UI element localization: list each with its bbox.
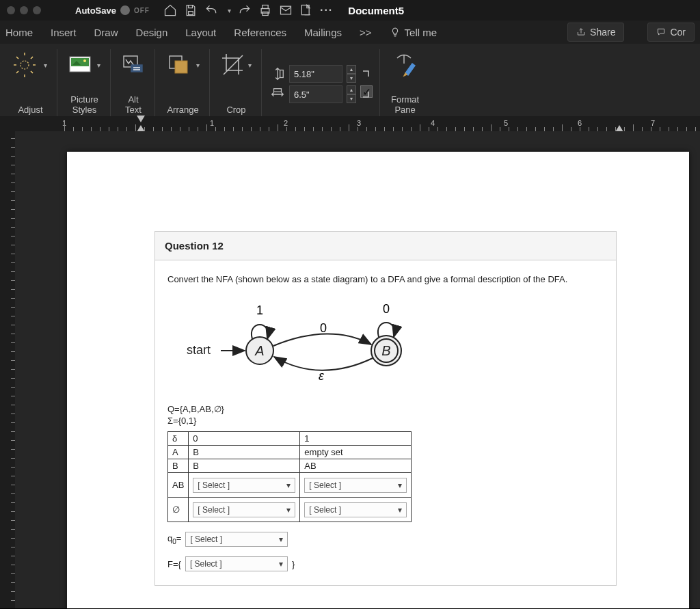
svg-point-5 xyxy=(21,61,29,69)
select-f[interactable]: [ Select ]▾ xyxy=(185,556,288,571)
sigma-set: Σ={0,1} xyxy=(167,416,604,426)
ribbon-alt-text[interactable]: Alt Text xyxy=(112,49,155,116)
ruler-vertical[interactable] xyxy=(0,131,15,608)
page[interactable]: Question 12 Convert the NFA (shown below… xyxy=(67,152,689,608)
share-button[interactable]: Share xyxy=(567,23,624,42)
more-icon[interactable]: ··· xyxy=(320,4,333,16)
chevron-down-icon[interactable]: ▾ xyxy=(97,62,100,69)
tab-mailings[interactable]: Mailings xyxy=(304,27,342,38)
width-icon xyxy=(270,87,285,102)
svg-point-17 xyxy=(83,59,86,62)
svg-text:A: A xyxy=(254,343,264,358)
nfa-diagram: start A 1 B 0 xyxy=(167,299,414,388)
start-label: start xyxy=(187,343,211,357)
alt-text-label: Alt Text xyxy=(125,95,142,116)
mail-icon[interactable] xyxy=(279,3,293,17)
tab-home[interactable]: Home xyxy=(5,27,33,38)
redo-icon[interactable] xyxy=(238,3,252,17)
title-bar: AutoSave OFF ▾ ··· Document5 xyxy=(0,0,700,21)
tell-me-label: Tell me xyxy=(405,27,438,38)
ruler-num: 5 xyxy=(504,119,508,127)
chevron-down-icon: ▾ xyxy=(279,534,283,544)
ribbon-adjust[interactable]: ▾ Adjust xyxy=(4,49,57,116)
chevron-down-icon: ▾ xyxy=(286,505,291,515)
height-stepper[interactable]: ▴▾ xyxy=(347,65,356,83)
comments-button[interactable]: Cor xyxy=(647,23,695,42)
svg-rect-1 xyxy=(262,5,268,9)
width-stepper[interactable]: ▴▾ xyxy=(347,85,356,103)
ruler-num: 1 xyxy=(210,119,214,127)
select-empty-1[interactable]: [ Select ]▾ xyxy=(304,502,407,517)
question-header: Question 12 xyxy=(154,231,617,260)
ribbon-picture-styles[interactable]: ▾ Picture Styles xyxy=(59,49,111,116)
window-controls xyxy=(7,6,41,14)
tell-me[interactable]: Tell me xyxy=(390,27,438,38)
first-line-indent-marker[interactable] xyxy=(137,116,145,122)
select-ab-1[interactable]: [ Select ]▾ xyxy=(304,478,407,493)
select-empty-0[interactable]: [ Select ]▾ xyxy=(193,502,295,517)
cell-head-1: 1 xyxy=(300,432,412,446)
autosave-toggle-icon[interactable] xyxy=(120,5,130,15)
svg-rect-19 xyxy=(131,65,142,72)
svg-text:B: B xyxy=(381,343,390,358)
svg-rect-15 xyxy=(71,58,89,66)
chevron-down-icon[interactable]: ▾ xyxy=(44,62,47,69)
height-icon xyxy=(270,66,285,81)
svg-line-11 xyxy=(31,71,33,73)
document-content: Question 12 Convert the NFA (shown below… xyxy=(154,231,617,586)
tab-draw[interactable]: Draw xyxy=(94,27,118,38)
comment-icon xyxy=(656,27,666,37)
arrange-label: Arrange xyxy=(167,105,198,116)
ruler-horizontal[interactable]: 1 1 2 3 4 5 6 7 xyxy=(0,116,700,131)
quick-access-toolbar: ▾ ··· xyxy=(163,3,333,17)
document-title: Document5 xyxy=(348,5,404,16)
chevron-down-icon[interactable]: ▾ xyxy=(248,62,252,69)
width-input[interactable]: 6.5" xyxy=(289,85,342,103)
question-body: Convert the NFA (shown below as a state … xyxy=(154,260,617,586)
maximize-window-icon[interactable] xyxy=(33,6,41,14)
svg-text:0: 0 xyxy=(320,321,327,335)
crop-icon xyxy=(221,53,245,77)
print-icon[interactable] xyxy=(258,3,272,17)
tab-layout[interactable]: Layout xyxy=(185,27,216,38)
undo-icon[interactable] xyxy=(204,3,218,17)
ribbon-arrange[interactable]: ▾ Arrange xyxy=(157,49,210,116)
height-input[interactable]: 5.18" xyxy=(289,65,342,83)
open-in-app-icon[interactable] xyxy=(299,3,313,17)
tabs-overflow[interactable]: >> xyxy=(360,27,372,38)
close-window-icon[interactable] xyxy=(7,6,15,14)
format-pane-icon xyxy=(392,53,419,77)
autosave-toggle[interactable]: AutoSave OFF xyxy=(75,5,150,16)
corner-bottom-right-icon xyxy=(360,89,371,100)
tab-design[interactable]: Design xyxy=(136,27,168,38)
save-icon[interactable] xyxy=(184,3,198,17)
canvas[interactable]: Question 12 Convert the NFA (shown below… xyxy=(15,131,700,608)
tab-insert[interactable]: Insert xyxy=(51,27,77,38)
svg-line-12 xyxy=(16,71,18,73)
svg-text:1: 1 xyxy=(256,303,263,317)
chevron-down-icon[interactable]: ▾ xyxy=(196,62,200,69)
select-q0[interactable]: [ Select ]▾ xyxy=(185,532,288,547)
svg-rect-25 xyxy=(280,70,284,78)
tab-references[interactable]: References xyxy=(234,27,286,38)
work-area: Question 12 Convert the NFA (shown below… xyxy=(0,131,700,608)
undo-dropdown-icon[interactable]: ▾ xyxy=(228,7,231,14)
ribbon-dimensions: 5.18" ▴▾ ✓ 6.5" ▴▾ xyxy=(263,49,380,116)
table-row: A B empty set xyxy=(168,446,412,459)
table-row: B B AB xyxy=(168,459,412,473)
ribbon-format-pane[interactable]: Format Pane xyxy=(381,49,429,116)
home-icon[interactable] xyxy=(163,3,177,17)
format-pane-label: Format Pane xyxy=(391,95,419,116)
formal-description: Q={A,B,AB,∅} Σ={0,1} xyxy=(167,404,604,426)
ribbon-crop[interactable]: ▾ Crop xyxy=(211,49,262,116)
ruler-num: 4 xyxy=(431,119,435,127)
minimize-window-icon[interactable] xyxy=(20,6,28,14)
svg-text:0: 0 xyxy=(383,302,390,316)
share-icon xyxy=(576,27,586,37)
arrange-icon xyxy=(166,53,193,77)
select-ab-0[interactable]: [ Select ]▾ xyxy=(193,478,295,493)
ruler-num: 3 xyxy=(357,119,361,127)
picture-icon xyxy=(68,54,94,76)
transition-table: δ 0 1 A B empty set B B AB xyxy=(167,431,412,522)
autosave-label: AutoSave xyxy=(75,5,116,16)
